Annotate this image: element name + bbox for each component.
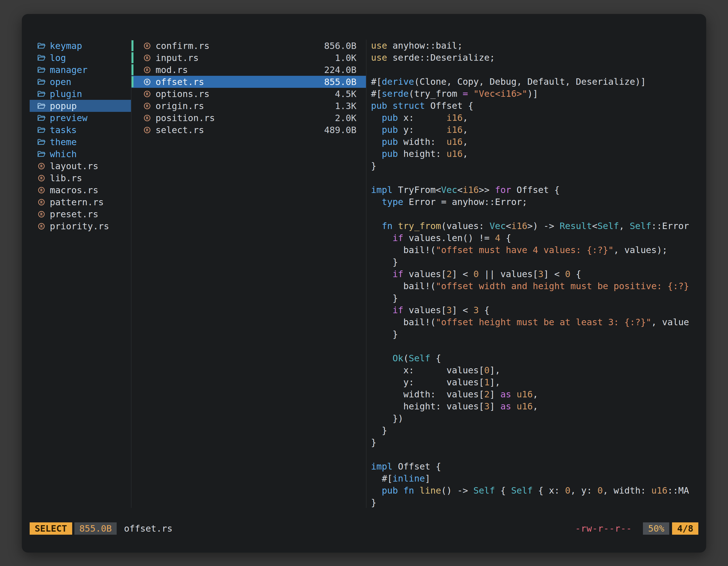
code-line: fn try_from(values: Vec<i16>) -> Result<… <box>371 220 706 232</box>
svg-text:R: R <box>40 224 43 229</box>
file-size: 1.3K <box>335 101 356 111</box>
rust-file-icon: R <box>142 78 152 86</box>
code-line: pub y: i16, <box>371 124 706 136</box>
open-folder-icon <box>36 66 46 74</box>
sidebar-item-manager[interactable]: manager <box>30 64 131 76</box>
sidebar-item-layout-rs[interactable]: Rlayout.rs <box>30 160 131 172</box>
sidebar-item-keymap[interactable]: keymap <box>30 40 131 52</box>
entry-name: manager <box>50 65 88 75</box>
file-size: 489.0B <box>324 125 356 135</box>
rust-file-icon: R <box>142 42 152 50</box>
sidebar-item-lib-rs[interactable]: Rlib.rs <box>30 172 131 184</box>
code-line: } <box>371 328 706 340</box>
svg-text:R: R <box>146 104 149 108</box>
entry-name: keymap <box>50 41 82 51</box>
file-row-position-rs[interactable]: Rposition.rs2.0K <box>131 112 366 124</box>
code-line: y: values[1], <box>371 376 706 388</box>
code-line: } <box>371 256 706 268</box>
entry-name: theme <box>50 137 77 147</box>
code-line: if values.len() != 4 { <box>371 232 706 244</box>
sidebar-item-log[interactable]: log <box>30 52 131 64</box>
open-folder-icon <box>36 54 46 62</box>
svg-text:R: R <box>146 80 149 84</box>
sidebar-item-open[interactable]: open <box>30 76 131 88</box>
sidebar-item-priority-rs[interactable]: Rpriority.rs <box>30 220 131 232</box>
code-line: use anyhow::bail; <box>371 40 706 52</box>
rust-file-icon: R <box>36 210 46 218</box>
code-line <box>371 172 706 184</box>
rust-file-icon: R <box>142 66 152 74</box>
file-row-options-rs[interactable]: Roptions.rs4.5K <box>131 88 366 100</box>
selection-mark <box>131 112 133 123</box>
entry-name: priority.rs <box>50 221 109 232</box>
sidebar-item-popup[interactable]: popup <box>30 100 131 112</box>
entry-name: lib.rs <box>50 173 82 184</box>
file-manager-window: keymaplogmanageropenpluginpopuppreviewta… <box>22 14 706 553</box>
rust-file-icon: R <box>36 174 46 182</box>
file-row-input-rs[interactable]: Rinput.rs1.0K <box>131 52 366 64</box>
open-folder-icon <box>36 114 46 122</box>
file-size: 2.0K <box>335 113 356 123</box>
code-line: pub struct Offset { <box>371 100 706 112</box>
code-line: } <box>371 497 706 508</box>
sidebar-item-which[interactable]: which <box>30 148 131 160</box>
file-name: mod.rs <box>156 65 188 75</box>
selection-mark <box>131 40 133 51</box>
svg-text:R: R <box>146 44 149 48</box>
file-name: options.rs <box>156 89 210 99</box>
entry-name: layout.rs <box>50 161 98 172</box>
code-line: } <box>371 292 706 304</box>
svg-text:R: R <box>146 116 149 120</box>
code-line: x: values[0], <box>371 364 706 376</box>
sidebar-item-pattern-rs[interactable]: Rpattern.rs <box>30 196 131 208</box>
current-directory-pane: Rconfirm.rs856.0BRinput.rs1.0KRmod.rs224… <box>131 40 367 508</box>
code-line: impl Offset { <box>371 461 706 473</box>
svg-text:R: R <box>146 56 149 60</box>
code-line: height: values[3] as u16, <box>371 400 706 412</box>
sidebar-item-tasks[interactable]: tasks <box>30 124 131 136</box>
status-bar: SELECT 855.0B offset.rs -rw-r--r-- 50% 4… <box>30 522 698 535</box>
cursor-position-badge: 4/8 <box>672 522 698 535</box>
file-name: origin.rs <box>156 101 204 111</box>
file-row-select-rs[interactable]: Rselect.rs489.0B <box>131 124 366 136</box>
open-folder-icon <box>36 90 46 98</box>
file-row-offset-rs[interactable]: Roffset.rs855.0B <box>131 76 366 88</box>
open-folder-icon <box>36 78 46 86</box>
entry-name: which <box>50 149 77 159</box>
open-folder-icon <box>36 42 46 50</box>
entry-name: preview <box>50 113 88 123</box>
panes-container: keymaplogmanageropenpluginpopuppreviewta… <box>22 40 706 508</box>
scroll-percent-badge: 50% <box>643 522 669 535</box>
rust-file-icon: R <box>36 162 46 170</box>
file-preview-pane: use anyhow::bail;use serde::Deserialize;… <box>367 40 706 508</box>
sidebar-item-macros-rs[interactable]: Rmacros.rs <box>30 184 131 196</box>
file-row-origin-rs[interactable]: Rorigin.rs1.3K <box>131 100 366 112</box>
file-row-mod-rs[interactable]: Rmod.rs224.0B <box>131 64 366 76</box>
svg-text:R: R <box>40 212 43 217</box>
code-line: pub fn line() -> Self { Self { x: 0, y: … <box>371 485 706 497</box>
open-folder-icon <box>36 151 46 158</box>
code-line <box>371 340 706 352</box>
selection-mark <box>131 100 133 111</box>
rust-file-icon: R <box>36 222 46 230</box>
code-line: bail!("offset must have 4 values: {:?}",… <box>371 244 706 256</box>
svg-text:R: R <box>40 176 43 180</box>
file-row-confirm-rs[interactable]: Rconfirm.rs856.0B <box>131 40 366 52</box>
open-folder-icon <box>36 126 46 134</box>
selection-mark <box>131 76 133 87</box>
svg-text:R: R <box>146 68 149 72</box>
rust-file-icon: R <box>142 126 152 134</box>
status-filename: offset.rs <box>124 523 172 534</box>
code-line: }) <box>371 412 706 424</box>
code-line: use serde::Deserialize; <box>371 52 706 64</box>
code-line: pub height: u16, <box>371 148 706 160</box>
sidebar-item-theme[interactable]: theme <box>30 136 131 148</box>
sidebar-item-preset-rs[interactable]: Rpreset.rs <box>30 208 131 220</box>
file-name: confirm.rs <box>156 41 210 51</box>
code-line: Ok(Self { <box>371 352 706 364</box>
sidebar-item-preview[interactable]: preview <box>30 112 131 124</box>
code-line: width: values[2] as u16, <box>371 388 706 400</box>
selection-mark <box>131 88 133 99</box>
sidebar-item-plugin[interactable]: plugin <box>30 88 131 100</box>
entry-name: popup <box>50 101 77 111</box>
